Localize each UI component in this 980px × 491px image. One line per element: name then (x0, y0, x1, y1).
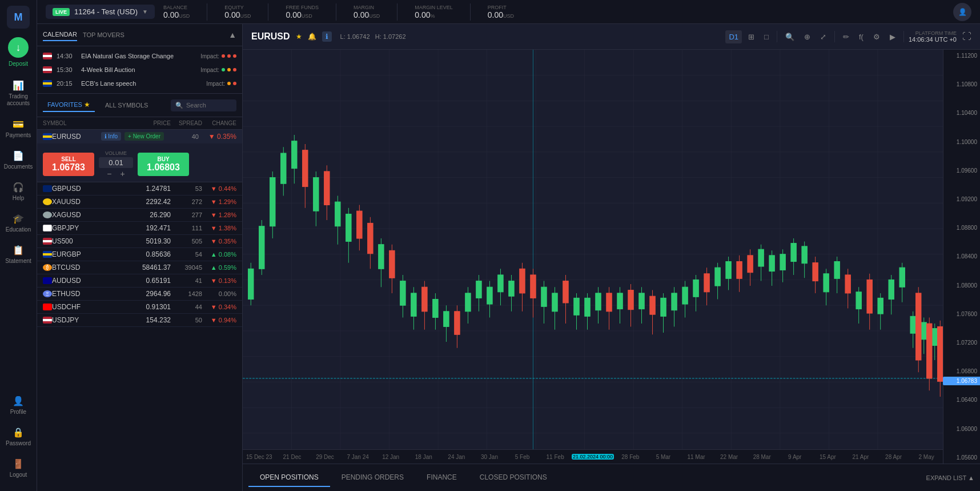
sidebar-item-statement[interactable]: 📋 Statement (0, 240, 37, 269)
search-input[interactable] (186, 102, 232, 109)
tab-top-movers[interactable]: TOP MOVERS (83, 29, 124, 41)
sidebar-item-profile[interactable]: 👤 Profile (6, 391, 31, 420)
svg-rect-122 (303, 150, 308, 187)
chart-area[interactable]: 1.11200 1.10800 1.10400 1.10000 1.09600 … (243, 50, 980, 464)
sidebar-item-help[interactable]: 🎧 Help (0, 177, 37, 206)
fit-button[interactable]: ⤢ (817, 30, 830, 43)
calendar-event-1[interactable]: 15:30 4-Week Bill Auction Impact: (37, 63, 242, 77)
symbol-row-eurgbp[interactable]: EURGBP 0.85636 54 ▲ 0.08% (37, 248, 242, 261)
svg-rect-86 (682, 287, 688, 304)
sidebar-item-label: Payments (6, 132, 31, 138)
tab-closed-positions[interactable]: CLOSED POSITIONS (468, 469, 559, 487)
panel-collapse-icon[interactable]: ▲ (228, 30, 236, 39)
chart-type-candle-button[interactable]: ⊞ (745, 30, 758, 43)
event-time-2: 20:15 (57, 80, 77, 87)
deposit-button[interactable]: ↓ (8, 37, 29, 58)
panel-tabs: CALENDAR TOP MOVERS ▲ (37, 24, 242, 46)
symbol-price: 5019.30 (89, 237, 171, 245)
flag-us-icon (43, 317, 52, 324)
buy-button[interactable]: BUY 1.06803 (138, 153, 189, 176)
sell-price: 1.06783 (50, 162, 87, 173)
symbol-row-usdchf[interactable]: USDCHF 0.91301 44 ▼ 0.34% (37, 301, 242, 314)
time-label: 21.02.2024 00:00 (572, 454, 614, 460)
timeframe-d1-button[interactable]: D1 (725, 30, 742, 43)
volume-increase-button[interactable]: + (121, 169, 125, 178)
impact-high-icon (227, 54, 231, 58)
tab-all-symbols[interactable]: ALL SYMBOLS (101, 99, 152, 111)
symbol-price: 1.24781 (89, 185, 171, 193)
zoom-out-button[interactable]: 🔍 (782, 30, 798, 43)
symbol-row-gbpusd[interactable]: GBPUSD 1.24781 53 ▼ 0.44% (37, 182, 242, 195)
tab-favorites[interactable]: FAVORITES ★ (43, 98, 95, 112)
sidebar-item-logout[interactable]: 🚪 Logout (6, 454, 31, 482)
margin-level-value: 0.00 (415, 10, 430, 19)
chart-star-icon[interactable]: ★ (296, 33, 302, 41)
info-button[interactable]: ℹ Info (101, 132, 121, 141)
zoom-in-button[interactable]: ⊕ (801, 30, 814, 43)
symbol-row-gbpjpy[interactable]: GBPJPY 192.471 111 ▼ 1.38% (37, 222, 242, 235)
margin-label: MARGIN (354, 5, 380, 10)
symbol-row-btcusd[interactable]: ₿ BTCUSD 58461.37 39045 ▲ 0.59% (37, 261, 242, 274)
search-box[interactable]: 🔍 (171, 99, 236, 111)
svg-rect-154 (813, 263, 818, 281)
sidebar-item-password[interactable]: 🔒 Password (6, 422, 31, 451)
symbol-price: 2292.42 (89, 198, 171, 206)
symbol-row-us500[interactable]: US500 5019.30 505 ▼ 0.35% (37, 235, 242, 248)
symbol-change: ▼ 0.34% (202, 304, 236, 310)
tab-open-positions[interactable]: OPEN POSITIONS (248, 469, 330, 487)
equity-stat: EQUITY 0.00USD (224, 5, 251, 19)
tab-finance[interactable]: FINANCE (415, 469, 468, 487)
tab-calendar[interactable]: CALENDAR (43, 29, 77, 41)
chart-bell-icon[interactable]: 🔔 (308, 33, 316, 41)
calendar-event-2[interactable]: 20:15 ECB's Lane speech Impact: (37, 77, 242, 90)
tab-pending-orders[interactable]: PENDING ORDERS (330, 469, 415, 487)
svg-rect-110 (878, 298, 883, 314)
svg-rect-114 (899, 268, 905, 287)
svg-rect-76 (596, 293, 601, 310)
settings-button[interactable]: ⚙ (870, 30, 883, 43)
symbol-row-xauusd[interactable]: XAUUSD 2292.42 272 ▼ 1.29% (37, 195, 242, 209)
sidebar-item-trading-accounts[interactable]: 📊 Trading accounts (0, 75, 37, 111)
sell-button[interactable]: SELL 1.06783 (43, 153, 94, 176)
sidebar-item-education[interactable]: 🎓 Education (0, 209, 37, 237)
chart-canvas[interactable] (243, 50, 943, 464)
chart-info-button[interactable]: ℹ (322, 31, 332, 42)
symbol-row-eurusd[interactable]: EURUSD ℹ Info + New Order 40 ▼ 0.35% (37, 130, 242, 143)
chevron-down-icon: ▼ (142, 9, 148, 15)
symbol-price: 192.471 (89, 224, 171, 232)
impact-high-icon (233, 54, 236, 58)
symbol-change: ▼ 1.38% (202, 225, 236, 231)
symbol-name: BTCUSD (52, 264, 89, 272)
symbol-row-usdjpy[interactable]: USDJPY 154.232 50 ▼ 0.94% (37, 314, 242, 327)
fullscreen-button[interactable]: ⛶ (962, 31, 971, 42)
sidebar-item-label: Password (6, 440, 31, 446)
volume-input[interactable] (99, 157, 133, 168)
symbol-row-ethusd[interactable]: Ξ ETHUSD 2964.96 1428 0.00% (37, 288, 242, 301)
symbol-change: ▼ 1.28% (202, 211, 236, 218)
symbol-row-audusd[interactable]: AUDUSD 0.65191 41 ▼ 0.13% (37, 274, 242, 288)
draw-button[interactable]: ✏ (840, 30, 853, 43)
svg-rect-136 (520, 269, 525, 293)
indicator-button[interactable]: f( (856, 30, 867, 43)
new-order-button[interactable]: + New Order (124, 132, 164, 141)
help-icon: 🎧 (13, 182, 24, 193)
calendar-events: 14:30 EIA Natural Gas Storage Change Imp… (37, 46, 242, 94)
svg-rect-66 (509, 281, 515, 297)
toolbar-divider (777, 31, 777, 42)
logo[interactable]: M (7, 6, 30, 29)
play-button[interactable]: ▶ (886, 30, 899, 43)
account-selector[interactable]: LIVE 11264 - Test (USD) ▼ (46, 5, 155, 19)
symbol-row-xagusd[interactable]: XAGUSD 26.290 277 ▼ 1.28% (37, 209, 242, 222)
sidebar-item-payments[interactable]: 💳 Payments (0, 114, 37, 143)
price-level: 1.10000 (946, 139, 977, 145)
calendar-event-0[interactable]: 14:30 EIA Natural Gas Storage Change Imp… (37, 49, 242, 63)
chart-type-bar-button[interactable]: □ (761, 30, 772, 43)
documents-icon: 📄 (13, 150, 24, 161)
time-label: 24 Jan (440, 454, 473, 460)
user-avatar[interactable]: 👤 (953, 3, 971, 21)
svg-rect-54 (433, 300, 439, 318)
sidebar-item-documents[interactable]: 📄 Documents (0, 146, 37, 174)
expand-list-button[interactable]: EXPAND LIST ▲ (926, 474, 974, 481)
volume-decrease-button[interactable]: − (107, 169, 111, 178)
price-level: 1.09200 (946, 196, 977, 202)
